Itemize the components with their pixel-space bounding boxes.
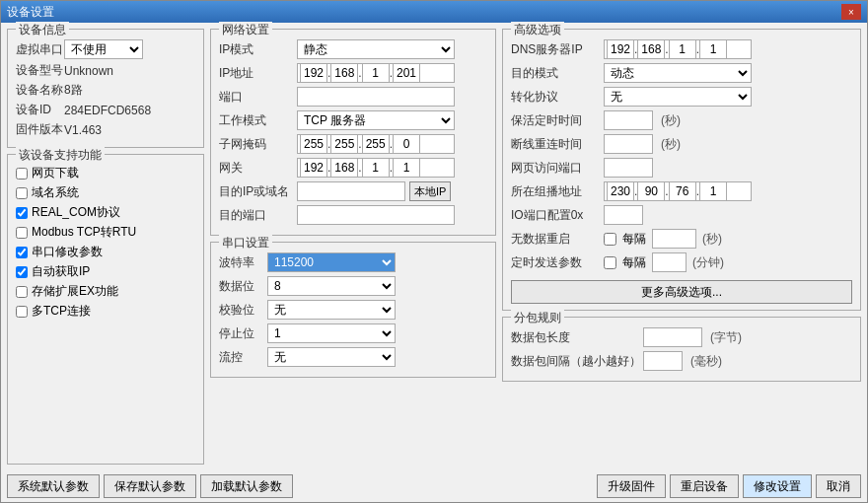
ip-a[interactable] <box>300 63 327 83</box>
firmware-row: 固件版本 V1.463 <box>16 121 195 138</box>
stop-bits-select[interactable]: 1 <box>267 323 396 343</box>
modify-button[interactable]: 修改设置 <box>743 474 812 498</box>
flow-ctrl-row: 流控 无 <box>219 347 487 367</box>
no-data-interval-input[interactable]: 300 <box>652 229 696 249</box>
mc-c[interactable] <box>669 181 696 201</box>
ip-addr-row: IP地址 . . . <box>219 63 487 83</box>
subnet-b[interactable] <box>330 134 358 154</box>
io-port-row: IO端口配置0x 00 <box>511 205 852 225</box>
local-ip-button[interactable]: 本地IP <box>409 181 451 201</box>
protocol-row: 转化协议 无 <box>511 87 852 107</box>
advanced-panel: 高级选项 DNS服务器IP . . . 目的模式 <box>502 29 861 311</box>
feature-webpage-check[interactable] <box>16 168 28 180</box>
reconnect-input[interactable]: 12 <box>604 134 653 154</box>
mc-a[interactable] <box>607 181 634 201</box>
system-default-button[interactable]: 系统默认参数 <box>7 474 100 498</box>
feature-storage-ex-check[interactable] <box>16 286 28 298</box>
gw-a[interactable] <box>300 158 327 178</box>
multicast-input: . . . <box>604 181 752 201</box>
feature-modbus-check[interactable] <box>16 227 28 239</box>
feature-serial-modify: 串口修改参数 <box>16 244 195 260</box>
dns-c[interactable] <box>669 39 696 59</box>
gw-c[interactable] <box>362 158 390 178</box>
dns-d[interactable] <box>699 39 727 59</box>
baud-select[interactable]: 1152009600192003840057600 <box>267 252 396 272</box>
data-bits-select[interactable]: 8 <box>267 276 396 296</box>
no-data-interval-label: 每隔 <box>622 231 646 248</box>
subnet-a[interactable] <box>300 134 327 154</box>
advanced-title: 高级选项 <box>511 22 564 38</box>
close-button[interactable]: × <box>841 4 861 20</box>
device-type-value: Unknown <box>64 64 113 78</box>
network-title: 网络设置 <box>219 22 272 38</box>
data-bits-row: 数据位 8 <box>219 276 487 296</box>
packet-length-input[interactable]: 1300 <box>643 327 702 347</box>
io-port-label: IO端口配置0x <box>511 207 600 224</box>
dns-label: DNS服务器IP <box>511 41 600 58</box>
virtual-port-select[interactable]: 不使用 <box>64 39 143 59</box>
web-port-input[interactable]: 80 <box>604 158 653 178</box>
gw-d[interactable] <box>393 158 420 178</box>
keepalive-input[interactable]: 60 <box>604 110 653 130</box>
subnet-label: 子网掩码 <box>219 136 293 153</box>
ip-mode-select[interactable]: 静态 <box>297 39 455 59</box>
subnet-d[interactable] <box>393 134 420 154</box>
flow-ctrl-select[interactable]: 无 <box>267 347 396 367</box>
window-title: 设备设置 <box>7 4 54 21</box>
subnet-input: . . . <box>297 134 455 154</box>
more-options-button[interactable]: 更多高级选项... <box>511 280 852 304</box>
feature-auto-ip-label: 自动获取IP <box>32 263 90 280</box>
stop-bits-row: 停止位 1 <box>219 323 487 343</box>
reconnect-unit: (秒) <box>661 136 681 153</box>
no-data-check[interactable] <box>604 233 616 246</box>
device-type-row: 设备型号 Unknown <box>16 62 195 79</box>
work-mode-select[interactable]: TCP 服务器 <box>297 110 455 130</box>
feature-serial-modify-check[interactable] <box>16 247 28 258</box>
port-label: 端口 <box>219 89 293 106</box>
feature-modbus: Modbus TCP转RTU <box>16 224 195 241</box>
packet-title: 分包规则 <box>511 310 564 326</box>
packet-length-unit: (字节) <box>710 329 742 346</box>
upgrade-button[interactable]: 升级固件 <box>597 474 666 498</box>
mc-b[interactable] <box>637 181 665 201</box>
right-column: 高级选项 DNS服务器IP . . . 目的模式 <box>502 29 861 465</box>
web-port-label: 网页访问端口 <box>511 160 600 177</box>
feature-multi-tcp-check[interactable] <box>16 306 28 318</box>
title-bar: 设备设置 × <box>1 1 867 23</box>
feature-auto-ip-check[interactable] <box>16 266 28 278</box>
parity-select[interactable]: 无 <box>267 300 396 320</box>
features-title: 该设备支持功能 <box>16 147 105 164</box>
mc-d[interactable] <box>699 181 727 201</box>
feature-dns: 域名系统 <box>16 184 195 201</box>
cancel-button[interactable]: 取消 <box>816 474 861 498</box>
dest-mode-select[interactable]: 动态 <box>604 63 752 83</box>
feature-dns-check[interactable] <box>16 187 28 199</box>
load-default-button[interactable]: 加载默认参数 <box>200 474 293 498</box>
protocol-select[interactable]: 无 <box>604 87 752 107</box>
save-default-button[interactable]: 保存默认参数 <box>104 474 196 498</box>
dns-b[interactable] <box>637 39 665 59</box>
gw-b[interactable] <box>330 158 358 178</box>
io-port-input[interactable]: 00 <box>604 205 643 225</box>
device-info-title: 设备信息 <box>16 22 69 38</box>
no-data-unit: (秒) <box>702 231 722 248</box>
timed-send-interval-label: 每隔 <box>622 254 646 271</box>
timed-send-unit: (分钟) <box>692 254 724 271</box>
ip-d[interactable] <box>393 63 420 83</box>
ip-b[interactable] <box>330 63 358 83</box>
timed-send-interval-input[interactable]: 0 <box>652 252 687 272</box>
keepalive-row: 保活定时时间 60 (秒) <box>511 110 852 130</box>
subnet-c[interactable] <box>362 134 390 154</box>
baud-label: 波特率 <box>219 254 263 271</box>
dest-port-input[interactable]: 9999 <box>297 205 455 225</box>
restart-button[interactable]: 重启设备 <box>670 474 739 498</box>
dns-a[interactable] <box>607 39 634 59</box>
dest-ip-input[interactable]: 192.168.1.17 <box>297 181 405 201</box>
feature-realcom-check[interactable] <box>16 207 28 219</box>
gateway-row: 网关 . . . <box>219 158 487 178</box>
ip-c[interactable] <box>362 63 390 83</box>
feature-webpage: 网页下载 <box>16 165 195 181</box>
timed-send-check[interactable] <box>604 256 616 269</box>
port-input[interactable]: 7777 <box>297 87 455 107</box>
packet-interval-input[interactable]: 3 <box>643 351 683 371</box>
